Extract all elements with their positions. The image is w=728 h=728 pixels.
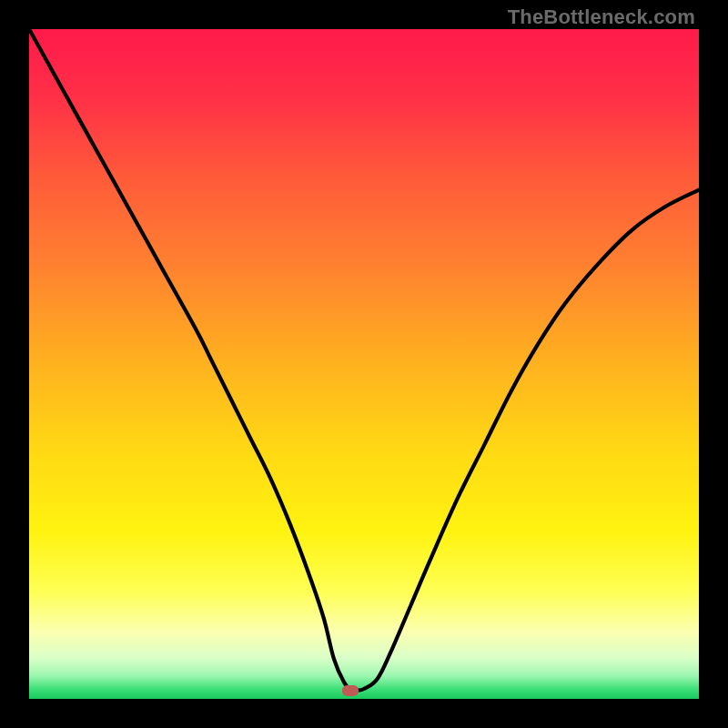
plot-area [29,29,699,699]
chart-frame: TheBottleneck.com [0,0,728,728]
optimal-point-marker [342,685,359,696]
watermark-text: TheBottleneck.com [508,5,695,29]
bottleneck-curve [29,29,699,699]
